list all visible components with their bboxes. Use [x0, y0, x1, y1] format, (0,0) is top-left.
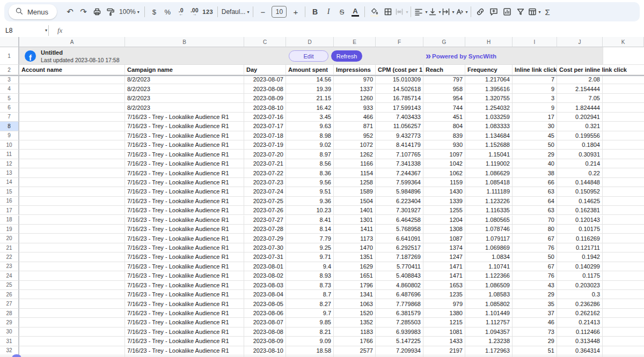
- cell-K16[interactable]: [603, 197, 644, 206]
- cell-day-30[interactable]: 2023-08-08: [244, 328, 286, 337]
- cell-A32[interactable]: [19, 346, 125, 355]
- name-box[interactable]: L8 ▾: [5, 27, 47, 34]
- cell-reach-23[interactable]: 1471: [423, 262, 465, 271]
- strikethrough-button[interactable]: S: [335, 5, 348, 19]
- row-header-16[interactable]: 16: [0, 197, 19, 206]
- cell-A13[interactable]: [19, 168, 125, 177]
- cell-inline-link-clicks-22[interactable]: 50: [513, 252, 557, 262]
- cell-campaign-name-6[interactable]: 8/2/2023: [125, 103, 244, 112]
- cell-K3[interactable]: [603, 75, 644, 84]
- font-size-input[interactable]: 10: [272, 6, 287, 18]
- cell-campaign-name-23[interactable]: 7/16/23 - Trey - Lookalike Audience R1: [125, 262, 244, 271]
- cell-K15[interactable]: [603, 187, 644, 196]
- cell-frequency-15[interactable]: 1.111189: [465, 187, 513, 196]
- cell-cost-per-click-14[interactable]: 0.144848: [557, 178, 603, 187]
- cell-cost-per-click-26[interactable]: 0.3: [557, 290, 603, 299]
- cell-cpm-17[interactable]: 7.301927: [376, 206, 423, 215]
- cell-amount-spent-19[interactable]: 8.14: [286, 225, 334, 234]
- cell-inline-link-clicks-21[interactable]: 76: [513, 243, 557, 252]
- cell-A29[interactable]: [19, 318, 125, 327]
- row-header-13[interactable]: 13: [0, 168, 19, 177]
- cell-amount-spent-10[interactable]: 9.02: [286, 140, 334, 150]
- cell-cost-per-click-12[interactable]: 0.214: [557, 159, 603, 168]
- cell-amount-spent-17[interactable]: 10.23: [286, 206, 334, 215]
- cell-cost-per-click-8[interactable]: 0.321: [557, 122, 603, 131]
- cell-cpm-32[interactable]: 7.209934: [376, 346, 423, 355]
- cell-reach-7[interactable]: 451: [423, 113, 465, 122]
- cell-A22[interactable]: [19, 252, 125, 262]
- cell-impressions-6[interactable]: 933: [334, 103, 376, 112]
- cell-K21[interactable]: [603, 243, 644, 252]
- cell-campaign-name-13[interactable]: 7/16/23 - Trey - Lookalike Audience R1: [125, 168, 244, 177]
- cell-frequency-20[interactable]: 1.079117: [465, 234, 513, 243]
- cell-inline-link-clicks-11[interactable]: 29: [513, 150, 557, 159]
- cell-cost-per-click-11[interactable]: 0.30931: [557, 150, 603, 159]
- row-header-14[interactable]: 14: [0, 178, 19, 187]
- row-header-17[interactable]: 17: [0, 206, 19, 215]
- cell-reach-30[interactable]: 1081: [423, 328, 465, 337]
- cell-cpm-6[interactable]: 17.599143: [376, 103, 423, 112]
- cell-cpm-19[interactable]: 5.768958: [376, 225, 423, 234]
- cell-inline-link-clicks-12[interactable]: 40: [513, 159, 557, 168]
- cell-cpm-18[interactable]: 6.464258: [376, 215, 423, 225]
- cell-campaign-name-19[interactable]: 7/16/23 - Trey - Lookalike Audience R1: [125, 225, 244, 234]
- cell-cpm-15[interactable]: 5.984896: [376, 187, 423, 196]
- cell-reach-4[interactable]: 958: [423, 84, 465, 93]
- cell-impressions-32[interactable]: 2577: [334, 346, 376, 355]
- cell-K5[interactable]: [603, 94, 644, 103]
- cell-day-25[interactable]: 2023-08-03: [244, 281, 286, 290]
- cell-cpm-4[interactable]: 14.502618: [376, 84, 423, 93]
- cell-frequency-6[interactable]: 1.254032: [465, 103, 513, 112]
- cell-cpm-7[interactable]: 7.403433: [376, 113, 423, 122]
- cell-frequency-11[interactable]: 1.15041: [465, 150, 513, 159]
- row-header-1[interactable]: 1: [0, 47, 19, 65]
- cell-campaign-name-3[interactable]: 8/2/2023: [125, 75, 244, 84]
- cell-A15[interactable]: [19, 187, 125, 196]
- cell-A17[interactable]: [19, 206, 125, 215]
- cell-cpm-27[interactable]: 7.779868: [376, 299, 423, 308]
- row-header-4[interactable]: 4: [0, 84, 19, 93]
- cell-reach-22[interactable]: 1247: [423, 252, 465, 262]
- cell-A16[interactable]: [19, 197, 125, 206]
- cell-inline-link-clicks-5[interactable]: 3: [513, 94, 557, 103]
- italic-button[interactable]: I: [321, 5, 335, 19]
- cell-day-13[interactable]: 2023-07-22: [244, 168, 286, 177]
- cell-day-19[interactable]: 2023-07-28: [244, 225, 286, 234]
- cell-A12[interactable]: [19, 159, 125, 168]
- cell-K28[interactable]: [603, 309, 644, 318]
- cell-K11[interactable]: [603, 150, 644, 159]
- cell-inline-link-clicks-4[interactable]: 9: [513, 84, 557, 93]
- cell-reach-16[interactable]: 1339: [423, 197, 465, 206]
- cell-frequency-23[interactable]: 1.10741: [465, 262, 513, 271]
- cell-campaign-name-29[interactable]: 7/16/23 - Trey - Lookalike Audience R1: [125, 318, 244, 327]
- cell-amount-spent-16[interactable]: 9.36: [286, 197, 334, 206]
- cell-impressions-15[interactable]: 1589: [334, 187, 376, 196]
- cell-campaign-name-10[interactable]: 7/16/23 - Trey - Lookalike Audience R1: [125, 140, 244, 150]
- cell-amount-spent-12[interactable]: 8.56: [286, 159, 334, 168]
- cell-impressions-11[interactable]: 1262: [334, 150, 376, 159]
- cell-frequency-31[interactable]: 1.23238: [465, 337, 513, 346]
- field-header-impressions[interactable]: Impressions: [334, 65, 376, 75]
- cell-cpm-21[interactable]: 6.292517: [376, 243, 423, 252]
- cell-impressions-26[interactable]: 1341: [334, 290, 376, 299]
- cell-inline-link-clicks-20[interactable]: 67: [513, 234, 557, 243]
- cell-K12[interactable]: [603, 159, 644, 168]
- cell-cost-per-click-21[interactable]: 0.121711: [557, 243, 603, 252]
- cell-A19[interactable]: [19, 225, 125, 234]
- cell-amount-spent-20[interactable]: 7.79: [286, 234, 334, 243]
- cell-K4[interactable]: [603, 84, 644, 93]
- cell-frequency-21[interactable]: 1.069869: [465, 243, 513, 252]
- row-header-20[interactable]: 20: [0, 234, 19, 243]
- cell-campaign-name-11[interactable]: 7/16/23 - Trey - Lookalike Audience R1: [125, 150, 244, 159]
- text-color-button[interactable]: A: [348, 5, 362, 19]
- horizontal-align-button[interactable]: ▾: [414, 5, 427, 19]
- cell-day-23[interactable]: 2023-08-01: [244, 262, 286, 271]
- format-currency-button[interactable]: $: [148, 5, 161, 19]
- column-header-J[interactable]: J: [557, 37, 603, 47]
- cell-A10[interactable]: [19, 140, 125, 150]
- paint-format-button[interactable]: [104, 5, 117, 19]
- merge-cells-button[interactable]: ▾: [394, 5, 408, 19]
- cell-frequency-9[interactable]: 1.134684: [465, 131, 513, 140]
- cell-K30[interactable]: [603, 328, 644, 337]
- cell-amount-spent-30[interactable]: 8.21: [286, 328, 334, 337]
